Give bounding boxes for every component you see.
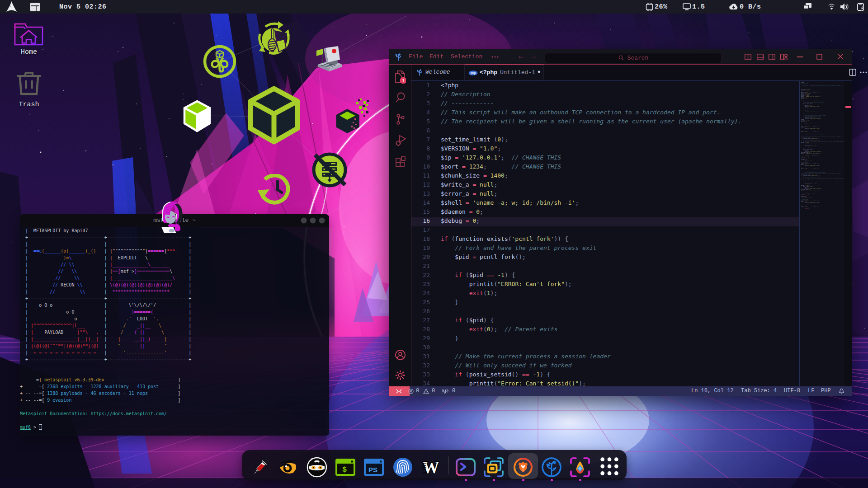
svg-text:$: $ [342,465,347,474]
svg-text:php: php [471,71,476,75]
svg-text:1: 1 [402,79,405,84]
svg-text:PS: PS [368,466,377,474]
